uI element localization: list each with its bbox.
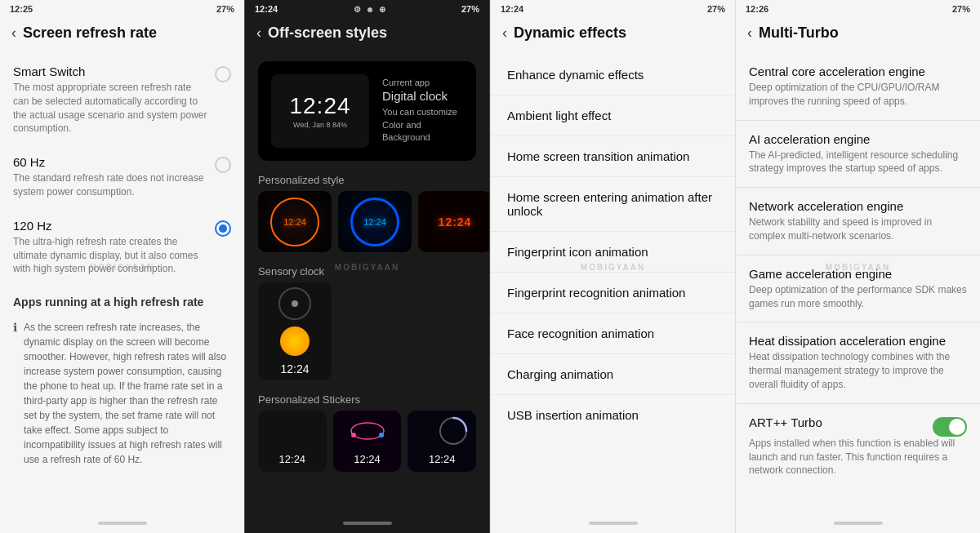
- turbo-network-desc: Network stability and speed is improved …: [749, 215, 967, 243]
- page-title-2: Off-screen styles: [268, 24, 387, 42]
- home-indicator-4: [834, 522, 883, 525]
- home-indicator-1: [98, 522, 147, 525]
- style-thumb-red[interactable]: 12:24: [418, 191, 489, 252]
- current-app-label: Current app: [382, 78, 463, 87]
- smart-switch-desc: The most appropriate screen refresh rate…: [13, 81, 208, 135]
- divider-4: [736, 322, 980, 322]
- panel2-content: 12:24 Wed, Jan 8 84% Current app Digital…: [245, 48, 489, 517]
- sensory-time: 12:24: [280, 362, 309, 375]
- bottom-bar-1: [0, 517, 244, 533]
- status-time-2: 12:24: [255, 4, 278, 14]
- style-thumb-circuit[interactable]: 12:24: [258, 191, 332, 252]
- divider-1: [736, 120, 980, 121]
- sensory-clock-grid: 12:24: [245, 282, 489, 387]
- turbo-central-title: Central core acceleration engine: [749, 64, 967, 78]
- bottom-bar-2: [245, 517, 489, 533]
- turbo-central-core: Central core acceleration engine Deep op…: [736, 55, 980, 118]
- back-button-2[interactable]: ‹: [256, 24, 261, 42]
- style-thumb-blue[interactable]: 12:24: [338, 191, 412, 252]
- status-bar-3: 12:24 27%: [491, 0, 735, 18]
- menu-item-charging[interactable]: Charging animation: [491, 354, 735, 395]
- clock-preview: 12:24 Wed, Jan 8 84%: [271, 74, 369, 148]
- clock-info: Current app Digital clock You can custom…: [382, 78, 463, 144]
- menu-item-fingerprint-icon[interactable]: Fingerprint icon animation: [491, 232, 735, 273]
- menu-item-entering[interactable]: Home screen entering animation after unl…: [491, 177, 735, 232]
- turbo-network: Network acceleration engine Network stab…: [736, 189, 980, 253]
- turbo-network-title: Network acceleration engine: [749, 199, 967, 213]
- preview-time: 12:24: [289, 93, 350, 119]
- turbo-heat-title: Heat dissipation acceleration engine: [749, 334, 967, 348]
- menu-item-usb[interactable]: USB insertion animation: [491, 395, 735, 435]
- sticker-thumb-3[interactable]: 12:24: [408, 411, 476, 472]
- smart-switch-radio[interactable]: [215, 66, 231, 82]
- info-text: As the screen refresh rate increases, th…: [24, 320, 231, 467]
- turbo-ai-title: AI acceleration engine: [749, 132, 967, 146]
- setting-120hz[interactable]: 120 Hz The ultra-high refresh rate creat…: [0, 209, 244, 286]
- panel-dynamic-effects: 12:24 27% ‹ Dynamic effects Enhance dyna…: [490, 0, 735, 533]
- back-button-3[interactable]: ‹: [502, 24, 507, 42]
- personalized-style-label: Personalized style: [245, 167, 489, 191]
- panel3-header: ‹ Dynamic effects: [491, 18, 735, 48]
- back-button-1[interactable]: ‹: [11, 24, 16, 42]
- art-turbo-toggle[interactable]: [933, 417, 967, 437]
- preview-date: Wed, Jan 8 84%: [293, 121, 347, 129]
- panel-offscreen-styles: 12:24 ⚙ ☻ ⊕ 27% ‹ Off-screen styles 12:2…: [244, 0, 490, 533]
- status-battery-2: 27%: [461, 4, 479, 14]
- status-time-3: 12:24: [501, 4, 523, 14]
- turbo-central-desc: Deep optimization of the CPU/GPU/IO/RAM …: [749, 81, 967, 109]
- status-time-4: 12:26: [746, 4, 768, 14]
- panel1-content: Smart Switch The most appropriate screen…: [0, 48, 244, 517]
- panel1-header: ‹ Screen refresh rate: [0, 18, 244, 48]
- status-battery-4: 27%: [952, 4, 970, 14]
- 120hz-radio[interactable]: [215, 220, 231, 237]
- sticker-thumb-1[interactable]: 12:24: [258, 411, 327, 472]
- smart-switch-title: Smart Switch: [13, 64, 208, 78]
- sensory-clock-label: Sensory clock: [245, 259, 489, 282]
- status-battery-3: 27%: [707, 4, 725, 14]
- status-bar-1: 12:25 27%: [0, 0, 244, 18]
- page-title-1: Screen refresh rate: [23, 24, 157, 42]
- bottom-bar-4: [736, 517, 980, 533]
- svg-point-2: [379, 433, 384, 438]
- sensory-thumb[interactable]: 12:24: [258, 282, 332, 380]
- menu-item-fingerprint-recog[interactable]: Fingerprint recognition animation: [491, 273, 735, 313]
- page-title-3: Dynamic effects: [514, 24, 626, 42]
- 60hz-desc: The standard refresh rate does not incre…: [13, 171, 208, 199]
- status-time-1: 12:25: [10, 4, 33, 14]
- svg-point-0: [351, 423, 384, 439]
- turbo-game-desc: Deep optimization of the performance SDK…: [749, 283, 967, 311]
- setting-smart-switch[interactable]: Smart Switch The most appropriate screen…: [0, 55, 244, 145]
- bottom-bar-3: [491, 517, 735, 533]
- turbo-heat: Heat dissipation acceleration engine Hea…: [736, 324, 980, 401]
- svg-point-1: [351, 433, 356, 438]
- menu-item-ambient[interactable]: Ambient light effect: [491, 95, 735, 136]
- sensory-dot: [292, 300, 298, 307]
- turbo-ai: AI acceleration engine The AI-predicted,…: [736, 122, 980, 186]
- setting-60hz[interactable]: 60 Hz The standard refresh rate does not…: [0, 145, 244, 209]
- 120hz-desc: The ultra-high refresh rate creates the …: [13, 235, 208, 276]
- info-icon: ℹ: [13, 321, 17, 467]
- status-bar-2: 12:24 ⚙ ☻ ⊕ 27%: [245, 0, 489, 18]
- turbo-ai-desc: The AI-predicted, intelligent resource s…: [749, 149, 967, 176]
- info-section: ℹ As the screen refresh rate increases, …: [0, 312, 244, 475]
- menu-item-enhance[interactable]: Enhance dynamic effects: [491, 55, 735, 95]
- stickers-grid: 12:24 12:24: [245, 411, 489, 478]
- sensory-ring: [278, 287, 311, 320]
- back-button-4[interactable]: ‹: [747, 24, 752, 42]
- 120hz-title: 120 Hz: [13, 219, 208, 233]
- panel2-header: ‹ Off-screen styles: [245, 18, 489, 48]
- sticker-thumb-2[interactable]: 12:24: [333, 411, 402, 472]
- menu-item-transition[interactable]: Home screen transition animation: [491, 136, 735, 177]
- menu-item-face-recog[interactable]: Face recognition animation: [491, 313, 735, 354]
- dynamic-effects-menu: Enhance dynamic effects Ambient light ef…: [491, 55, 735, 435]
- status-battery-1: 27%: [216, 4, 234, 14]
- panel4-header: ‹ Multi-Turbo: [736, 18, 980, 48]
- panel4-content: Central core acceleration engine Deep op…: [736, 48, 980, 517]
- divider-5: [736, 403, 980, 404]
- page-title-4: Multi-Turbo: [759, 24, 839, 42]
- panel3-content: Enhance dynamic effects Ambient light ef…: [491, 48, 735, 517]
- turbo-game: Game acceleration engine Deep optimizati…: [736, 257, 980, 321]
- 60hz-radio[interactable]: [215, 157, 231, 173]
- turbo-game-title: Game acceleration engine: [749, 267, 967, 281]
- apps-section-title: Apps running at a high refresh rate: [0, 286, 244, 312]
